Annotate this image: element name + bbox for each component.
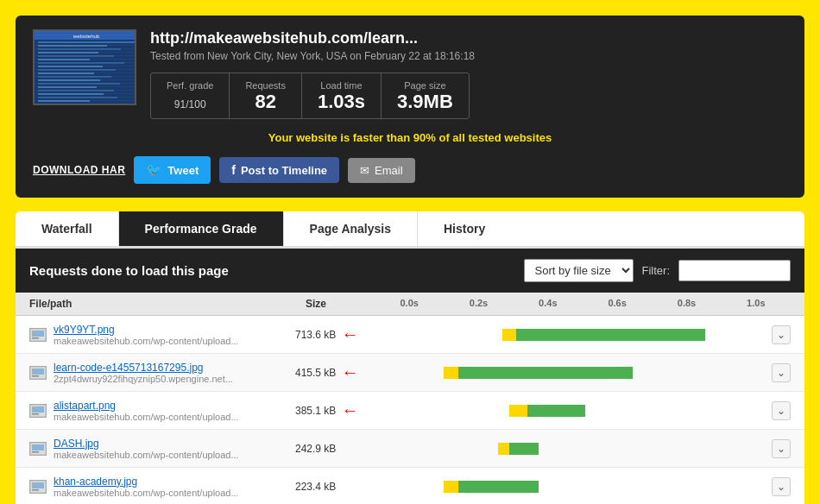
perf-grade-metric: Perf. grade 91/100 [151,73,230,118]
metrics-row: Perf. grade 91/100 Requests 82 Load time… [150,72,470,119]
expand-button[interactable]: ⌄ [772,325,791,344]
svg-rect-15 [38,83,120,85]
filename[interactable]: khan-academy.jpg [54,476,295,488]
expand-button[interactable]: ⌄ [772,477,791,496]
size-with-arrow: 242.9 kB [295,443,364,455]
main-content: Requests done to load this page Sort by … [16,246,804,504]
post-to-timeline-button[interactable]: f Post to Timeline [219,157,339,183]
svg-rect-18 [38,93,104,95]
file-icon [29,328,47,342]
sort-select[interactable]: Sort by file size [524,259,634,282]
tabs-bar: Waterfall Performance Grade Page Analysi… [16,211,804,246]
tab-history[interactable]: History [418,211,511,246]
svg-rect-27 [32,375,39,377]
bar-green [527,405,585,417]
svg-rect-14 [38,79,100,81]
site-info: http://makeawebsitehub.com/learn... Test… [150,29,787,119]
svg-rect-10 [38,66,103,67]
svg-rect-16 [38,86,97,88]
bar-container [364,329,727,341]
file-icon [29,442,47,456]
page-size-metric: Page size 3.9MB [382,73,469,118]
site-tested: Tested from New York City, New York, USA… [150,50,787,62]
load-time-value: 1.03s [318,92,365,111]
filename[interactable]: learn-code-e1455713167295.jpg [54,362,295,374]
svg-rect-35 [32,482,44,488]
filename[interactable]: alistapart.png [54,400,295,412]
size-with-arrow: 713.6 kB ← [295,324,364,344]
svg-rect-21 [38,104,107,105]
bar-container [364,405,727,417]
expand-button[interactable]: ⌄ [772,401,791,420]
bar-yellow [502,329,517,341]
bar-container [364,481,727,493]
filename[interactable]: vk9Y9YT.png [54,324,295,336]
file-info: alistapart.png makeawebsitehub.com/wp-co… [54,400,295,422]
tab-waterfall[interactable]: Waterfall [16,211,119,246]
site-url: http://makeawebsitehub.com/learn... [150,29,787,47]
file-size: 385.1 kB ← [295,400,364,420]
timeline-label-0: 0.0s [375,298,444,310]
svg-rect-19 [38,97,117,98]
download-har-button[interactable]: DOWNLOAD HAR [33,164,125,176]
size-value: 242.9 kB [295,443,336,455]
email-button[interactable]: ✉ Email [348,158,415,183]
svg-rect-26 [32,369,44,375]
requests-value: 82 [245,92,285,111]
file-icon [29,404,47,418]
col-size-header: Size [306,298,375,310]
size-with-arrow: 385.1 kB ← [295,400,364,420]
facebook-icon: f [231,163,236,177]
svg-rect-11 [38,69,116,71]
tab-performance-grade[interactable]: Performance Grade [119,211,284,246]
timeline-label-5: 1.0s [722,298,791,310]
filter-input[interactable] [678,260,791,281]
file-info: learn-code-e1455713167295.jpg 2zpt4dwruy… [54,362,295,384]
svg-text:websitehub: websitehub [73,34,100,39]
faster-message: Your website is faster than 90% of all t… [33,131,787,144]
timeline-bar [364,437,765,461]
file-size: 713.6 kB ← [295,324,364,344]
file-size: 415.5 kB ← [295,362,364,382]
action-row: DOWNLOAD HAR 🐦 Tweet f Post to Timeline … [33,156,787,184]
expand-button[interactable]: ⌄ [772,439,791,458]
size-with-arrow: 223.4 kB [295,481,364,493]
timeline-bar [364,399,765,423]
timeline-bar [364,323,765,347]
svg-rect-12 [38,72,94,74]
tab-page-analysis[interactable]: Page Analysis [284,211,418,246]
svg-rect-6 [38,52,98,54]
load-time-label: Load time [318,80,365,91]
svg-rect-4 [38,45,107,47]
tweet-button[interactable]: 🐦 Tweet [134,156,211,184]
file-icon [29,366,47,380]
bar-green [458,367,633,379]
table-row: vk9Y9YT.png makeawebsitehub.com/wp-conte… [16,316,804,354]
size-value: 713.6 kB [295,329,336,341]
domain: makeawebsitehub.com/wp-content/upload... [54,450,295,460]
col-timeline-header: 0.0s 0.2s 0.4s 0.6s 0.8s 1.0s [375,298,791,310]
table-header-bar: Requests done to load this page Sort by … [16,249,804,293]
perf-grade-value: 91/100 [167,92,213,111]
svg-rect-20 [38,100,90,102]
filename[interactable]: DASH.jpg [54,438,295,450]
svg-rect-8 [38,59,90,60]
table-controls: Sort by file size Filter: [524,259,792,282]
timeline-label-1: 0.2s [444,298,513,310]
domain: makeawebsitehub.com/wp-content/upload... [54,336,295,346]
bar-container [364,443,727,455]
domain: makeawebsitehub.com/wp-content/upload... [54,412,295,422]
svg-rect-30 [32,413,39,415]
bar-green [458,481,538,493]
svg-rect-36 [32,489,39,491]
file-info: khan-academy.jpg makeawebsitehub.com/wp-… [54,476,295,498]
svg-rect-1 [35,31,136,40]
svg-rect-13 [38,76,111,78]
size-arrow: ← [341,362,358,382]
twitter-icon: 🐦 [146,162,162,178]
size-arrow: ← [341,400,358,420]
expand-button[interactable]: ⌄ [772,363,791,382]
svg-rect-29 [32,406,44,413]
svg-rect-9 [38,62,124,64]
svg-rect-7 [38,55,114,57]
